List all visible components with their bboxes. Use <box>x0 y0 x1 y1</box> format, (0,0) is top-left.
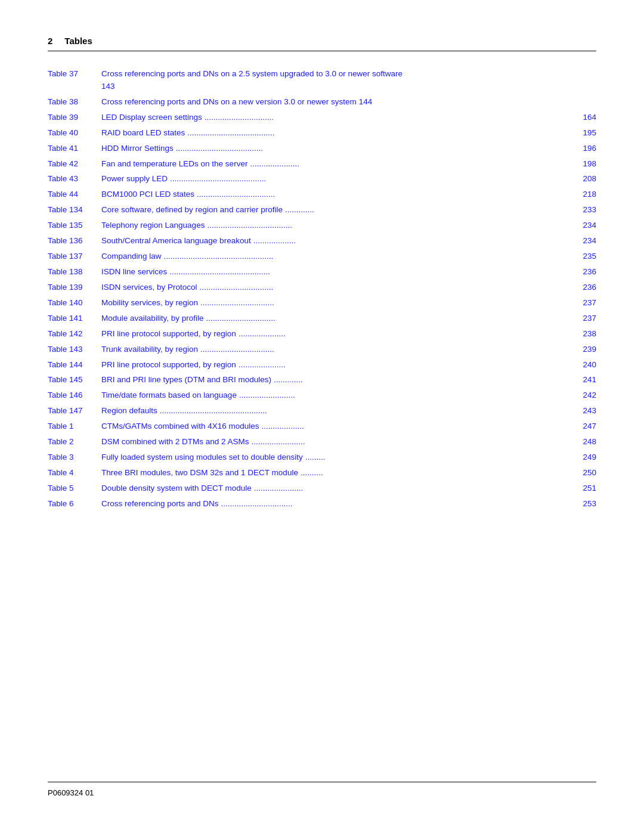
toc-row[interactable]: Table 135Telephony region Languages ....… <box>48 219 596 232</box>
toc-page: 198 <box>583 158 596 171</box>
toc-row[interactable]: Table 147Region defaults ...............… <box>48 405 596 417</box>
toc-page: 237 <box>583 312 596 325</box>
toc-dots: ......................... <box>239 389 581 402</box>
toc-title: Region defaults <box>101 405 157 417</box>
toc-title: BCM1000 PCI LED states <box>101 188 194 201</box>
toc-title: Mobility services, by region <box>101 297 198 309</box>
toc-page: 242 <box>583 389 596 402</box>
toc-label: Table 38 <box>48 96 101 109</box>
toc-row[interactable]: Table 44BCM1000 PCI LED states .........… <box>48 188 596 201</box>
toc-title: Cross referencing ports and DNs <box>101 498 219 510</box>
toc-title: RAID board LED states <box>101 127 185 140</box>
toc-row[interactable]: Table 41HDD Mirror Settings ............… <box>48 143 596 155</box>
toc-dots: ....................................... <box>187 127 580 140</box>
toc-title: BRI and PRI line types (DTM and BRI modu… <box>101 374 271 386</box>
toc-label: Table 147 <box>48 405 101 417</box>
toc-row[interactable]: Table 6Cross referencing ports and DNs .… <box>48 498 596 510</box>
toc-dots: ............................... <box>206 312 581 325</box>
toc-dots: ........................................… <box>170 173 580 185</box>
toc-label: Table 6 <box>48 498 101 510</box>
table-of-contents: Table 37Cross referencing ports and DNs … <box>48 68 596 782</box>
toc-label: Table 3 <box>48 451 101 464</box>
toc-label: Table 139 <box>48 281 101 294</box>
toc-title: Fan and temperature LEDs on the server <box>101 158 247 171</box>
toc-row[interactable]: Table 2DSM combined with 2 DTMs and 2 AS… <box>48 436 596 448</box>
toc-dots: ............. <box>274 374 580 386</box>
toc-row[interactable]: Table 146Time/date formats based on lang… <box>48 389 596 402</box>
toc-row[interactable]: Table 145BRI and PRI line types (DTM and… <box>48 374 596 386</box>
toc-label: Table 136 <box>48 235 101 247</box>
toc-page: 195 <box>583 127 596 140</box>
toc-dots: ................................. <box>200 343 580 356</box>
toc-row[interactable]: Table 1CTMs/GATMs combined with 4X16 mod… <box>48 420 596 433</box>
toc-title: Three BRI modules, two DSM 32s and 1 DEC… <box>101 467 298 479</box>
toc-label: Table 37 <box>48 68 101 80</box>
toc-label: Table 43 <box>48 173 101 185</box>
toc-title-block: Cross referencing ports and DNs on a 2.5… <box>101 68 596 93</box>
toc-label: Table 4 <box>48 467 101 479</box>
toc-title: Telephony region Languages <box>101 219 205 232</box>
toc-dots: ............................... <box>205 112 581 124</box>
toc-label: Table 144 <box>48 359 101 371</box>
toc-title: Time/date formats based on language <box>101 389 237 402</box>
toc-row[interactable]: Table 137Companding law ................… <box>48 250 596 263</box>
toc-label: Table 39 <box>48 112 101 124</box>
toc-dots: ........................................… <box>169 266 580 278</box>
toc-row[interactable]: Table 142PRI line protocol supported, by… <box>48 328 596 340</box>
toc-label: Table 2 <box>48 436 101 448</box>
toc-page: 144 <box>359 96 373 109</box>
page: 2 Tables Table 37Cross referencing ports… <box>0 0 644 833</box>
toc-page: 243 <box>583 405 596 417</box>
toc-page: 241 <box>583 374 596 386</box>
toc-row[interactable]: Table 4Three BRI modules, two DSM 32s an… <box>48 467 596 479</box>
toc-row[interactable]: Table 38Cross referencing ports and DNs … <box>48 96 596 109</box>
toc-dots: ........................ <box>252 436 581 448</box>
toc-row[interactable]: Table 42Fan and temperature LEDs on the … <box>48 158 596 171</box>
toc-row[interactable]: Table 5Double density system with DECT m… <box>48 482 596 495</box>
toc-row[interactable]: Table 141Module availability, by profile… <box>48 312 596 325</box>
toc-page: 233 <box>583 204 596 216</box>
toc-label: Table 142 <box>48 328 101 340</box>
toc-page: 247 <box>583 420 596 433</box>
toc-page: 196 <box>583 143 596 155</box>
toc-label: Table 134 <box>48 204 101 216</box>
toc-dots: ........................................… <box>160 405 581 417</box>
toc-title: LED Display screen settings <box>101 112 202 124</box>
toc-dots: ........................................… <box>164 250 581 263</box>
toc-dots: ................................ <box>221 498 581 510</box>
toc-row[interactable]: Table 40RAID board LED states ..........… <box>48 127 596 140</box>
toc-label: Table 138 <box>48 266 101 278</box>
toc-row[interactable]: Table 138ISDN line services ............… <box>48 266 596 278</box>
toc-row[interactable]: Table 134Core software, defined by regio… <box>48 204 596 216</box>
toc-title: Trunk availability, by region <box>101 343 198 356</box>
toc-label: Table 1 <box>48 420 101 433</box>
toc-title: CTMs/GATMs combined with 4X16 modules <box>101 420 259 433</box>
toc-page: 240 <box>583 359 596 371</box>
toc-label: Table 137 <box>48 250 101 263</box>
toc-label: Table 143 <box>48 343 101 356</box>
toc-page: 164 <box>583 112 596 124</box>
toc-row[interactable]: Table 139ISDN services, by Protocol ....… <box>48 281 596 294</box>
toc-row[interactable]: Table 39LED Display screen settings ....… <box>48 112 596 124</box>
toc-title: South/Central America language breakout <box>101 235 251 247</box>
toc-page: 208 <box>583 173 596 185</box>
toc-row[interactable]: Table 43Power supply LED ...............… <box>48 173 596 185</box>
toc-row[interactable]: Table 140Mobility services, by region ..… <box>48 297 596 309</box>
toc-label: Table 5 <box>48 482 101 495</box>
toc-label: Table 141 <box>48 312 101 325</box>
toc-page: 249 <box>583 451 596 464</box>
toc-label: Table 140 <box>48 297 101 309</box>
toc-page: 248 <box>583 436 596 448</box>
toc-title: ISDN line services <box>101 266 167 278</box>
toc-row[interactable]: Table 136South/Central America language … <box>48 235 596 247</box>
toc-page: 236 <box>583 266 596 278</box>
toc-page: 253 <box>583 498 596 510</box>
toc-row[interactable]: Table 144PRI line protocol supported, by… <box>48 359 596 371</box>
toc-row[interactable]: Table 143Trunk availability, by region .… <box>48 343 596 356</box>
toc-title: Double density system with DECT module <box>101 482 252 495</box>
toc-row[interactable]: Table 37Cross referencing ports and DNs … <box>48 68 596 93</box>
toc-row[interactable]: Table 3Fully loaded system using modules… <box>48 451 596 464</box>
toc-title: Companding law <box>101 250 162 263</box>
toc-dots: ................................... <box>197 188 580 201</box>
toc-title: Module availability, by profile <box>101 312 204 325</box>
